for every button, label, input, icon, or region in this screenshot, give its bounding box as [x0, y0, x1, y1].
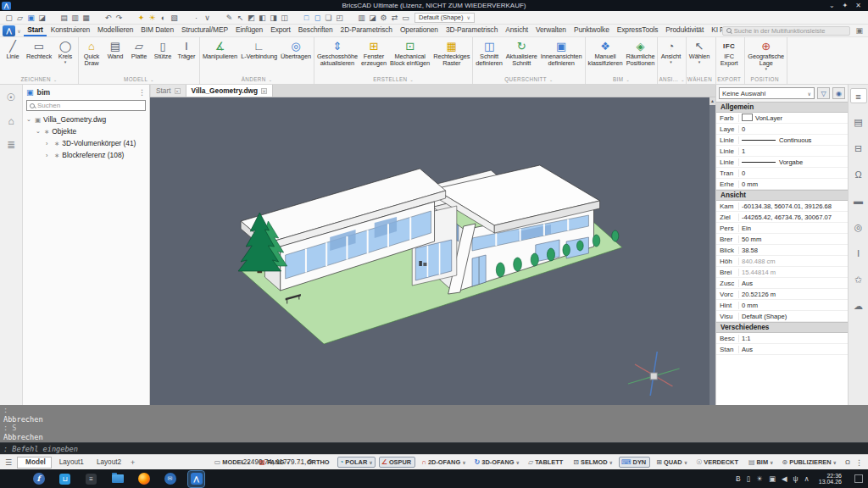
kebab-icon[interactable]: ⋮	[138, 88, 146, 97]
plot-icon[interactable]: ▦	[81, 12, 92, 24]
structure-search[interactable]	[26, 100, 146, 111]
layers-tab-icon[interactable]: ▤	[850, 114, 867, 130]
structure-search-input[interactable]	[37, 102, 142, 109]
box-a-icon[interactable]: □	[301, 12, 312, 24]
property-row[interactable]: Hint 0 mm	[716, 300, 848, 311]
section-header-verschiedenes[interactable]: Verschiedenes	[716, 322, 848, 333]
shadow-icon[interactable]: ◐	[158, 12, 169, 24]
bluetooth-icon[interactable]: Ƀ	[736, 474, 741, 483]
home-icon[interactable]: ⌂	[8, 115, 14, 127]
selection-c-icon[interactable]: ◨	[268, 12, 279, 24]
selection-b-icon[interactable]: ◧	[257, 12, 268, 24]
group-label[interactable]: MODELL⌄	[80, 75, 198, 84]
document-tab[interactable]: Villa_Geometry.dwg ✕	[186, 85, 274, 97]
status-toggle[interactable]: ⊡ SELMOD ∨	[570, 457, 615, 468]
ribbon-button[interactable]: ╱Linie	[1, 38, 25, 75]
structural-tab-icon[interactable]: Ⅰ	[850, 246, 867, 261]
property-row[interactable]: Kam -60134.38, 56074.01, 39126.68	[716, 201, 848, 212]
plot-config-icon[interactable]: ▧	[169, 12, 180, 24]
group-label[interactable]: ÄNDERN⌄	[201, 75, 313, 84]
property-row[interactable]: Visu Default (Shape)	[716, 311, 848, 322]
close-icon[interactable]: ✕	[175, 88, 181, 94]
cloud-tab-icon[interactable]: ☁	[850, 298, 867, 313]
kebab-icon[interactable]: ⋮	[854, 458, 868, 467]
ribbon-button[interactable]: ↖Wählen▾	[687, 38, 711, 75]
columns-icon[interactable]: ▥	[356, 12, 367, 24]
property-row[interactable]: Farb VonLayer	[716, 113, 848, 124]
status-toggle[interactable]: ∠ OSPUR	[379, 457, 415, 468]
pick-icon[interactable]: ↖	[235, 12, 246, 24]
ribbon-button[interactable]: ▯Stütze	[151, 38, 175, 75]
ribbon-tab[interactable]: Ansicht	[502, 25, 532, 36]
property-row[interactable]: Tran 0	[716, 168, 848, 179]
document-tab[interactable]: Start ✕	[151, 85, 186, 97]
settings-app-icon[interactable]: ≡	[83, 471, 99, 487]
chevron-down-icon[interactable]: ∨	[17, 28, 20, 34]
ribbon-button[interactable]: ⊡Mechanical Block einfügen	[388, 38, 431, 75]
property-row[interactable]: Zusc Aus	[716, 278, 848, 289]
workspace-icon[interactable]: ⇄	[389, 12, 400, 24]
workspace-select[interactable]: Default (Shape) ∨	[415, 13, 475, 23]
add-layout-button[interactable]: +	[126, 458, 139, 467]
ribbon-tab[interactable]: Start	[24, 25, 47, 36]
ribbon-tab[interactable]: BIM Daten	[137, 25, 178, 36]
status-toggle[interactable]: ⊙ PUBLIZIEREN ∨	[780, 457, 839, 468]
layout-tab[interactable]: Model	[17, 457, 52, 469]
lamp-icon[interactable]: ✦	[136, 12, 147, 24]
group-label[interactable]: ERSTELLEN⌄	[315, 75, 471, 84]
ribbon-button[interactable]: ⌂Quick Draw	[80, 38, 103, 75]
print-icon[interactable]: ▥	[70, 12, 81, 24]
ribbon-tab[interactable]: Verwalten	[532, 25, 570, 36]
status-toggle[interactable]: ☉ VERDECKT	[693, 457, 743, 468]
command-input[interactable]: : Befehl eingeben	[0, 442, 868, 454]
open-icon[interactable]: ▱	[14, 12, 25, 24]
tree-chevron-icon[interactable]: ›	[46, 141, 52, 147]
ribbon-search[interactable]	[722, 26, 851, 36]
ribbon-tab[interactable]: Structural/MEP	[177, 25, 231, 36]
tree-chevron-icon[interactable]: ⌄	[36, 128, 42, 135]
status-toggle[interactable]: ◔ POLAR ∨	[337, 457, 376, 468]
property-row[interactable]: Ziel -44265.42, 46734.76, 30067.07	[716, 212, 848, 223]
property-row[interactable]: Brer 50 mm	[716, 234, 848, 245]
undo-icon[interactable]: ↶	[103, 12, 114, 24]
display-icon[interactable]: ▣	[769, 474, 776, 483]
ribbon-button[interactable]: ∡Manipulieren	[201, 38, 239, 75]
box-c-icon[interactable]: ❏	[323, 12, 334, 24]
ribbon-button[interactable]: ◎Übertragen	[279, 38, 313, 75]
ribbon-tab[interactable]: Beschriften	[294, 25, 337, 36]
ribbon-tab[interactable]: ExpressTools	[613, 25, 662, 36]
measure-tab-icon[interactable]: ▬	[850, 193, 867, 208]
tree-item[interactable]: › ∗ 3D-Volumenkörper (41)	[23, 137, 149, 149]
selection-d-icon[interactable]: ◫	[279, 12, 290, 24]
tree-item[interactable]: › ∗ Blockreferenz (108)	[23, 149, 149, 161]
ribbon-button[interactable]: ▭Rechteck	[25, 38, 53, 75]
ribbon-button[interactable]: ▤Wand	[103, 38, 127, 75]
ribbon-button[interactable]: ↻Aktualisiere Schnitt	[504, 38, 539, 75]
panel-toggle-icon[interactable]: ▣	[854, 26, 868, 35]
property-row[interactable]: Besc 1:1	[716, 333, 848, 344]
group-label[interactable]: ZEICHNEN⌄	[1, 75, 77, 84]
minimize-icon[interactable]: ⌄	[829, 2, 835, 9]
layout-tab[interactable]: Layout2	[89, 457, 126, 469]
print-preview-icon[interactable]: ▤	[58, 12, 70, 24]
new-file-icon[interactable]: ▢	[3, 12, 14, 24]
property-row[interactable]: Brei 15.44814 m	[716, 267, 848, 278]
property-row[interactable]: Linie 1	[716, 146, 848, 157]
file-manager-icon[interactable]	[109, 471, 125, 487]
viewport-scrollbar[interactable]: ▲	[709, 97, 715, 405]
box-d-icon[interactable]: ◰	[334, 12, 345, 24]
ribbon-button[interactable]: ⇕Geschosshöhe aktualisieren	[315, 38, 359, 75]
dot-icon[interactable]: ·	[191, 12, 202, 24]
ribbon-search-input[interactable]	[734, 27, 847, 35]
burger-menu-icon[interactable]: ☰	[0, 458, 17, 467]
tree-item[interactable]: ⌄ ∗ Objekte	[23, 125, 149, 137]
ribbon-button[interactable]: ▦Rechteckiges Raster	[431, 38, 471, 75]
save-icon[interactable]: ▣	[25, 12, 36, 24]
brush-icon[interactable]: ✎	[224, 12, 235, 24]
fedora-menu-icon[interactable]: f	[31, 471, 47, 487]
render-tab-icon[interactable]: Ω	[850, 167, 867, 182]
save-as-icon[interactable]: ◪	[36, 12, 47, 24]
selection-a-icon[interactable]: ◩	[246, 12, 257, 24]
ribbon-tab[interactable]: Produktivität	[662, 25, 708, 36]
filter-icon[interactable]: ▽	[817, 87, 830, 99]
